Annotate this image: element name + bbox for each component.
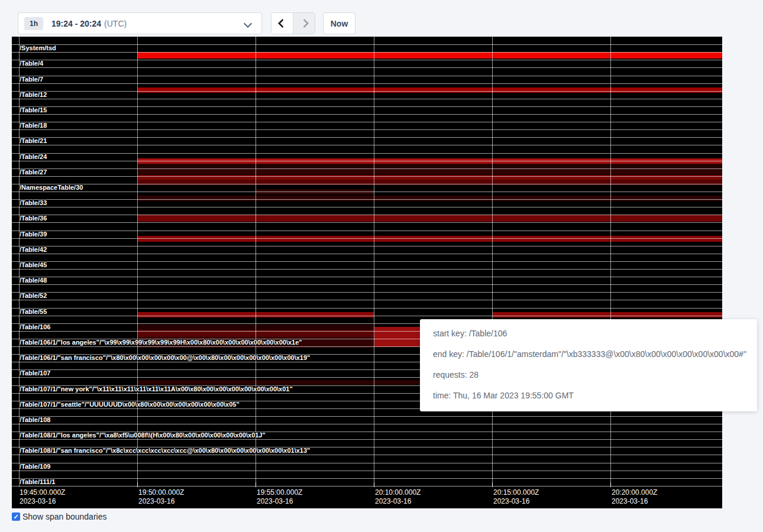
time-axis-date: 2023-03-16 xyxy=(375,497,421,506)
span-row-label: /NamespaceTable/30 xyxy=(20,184,83,192)
heatmap-canvas[interactable]: /System/tsd/Table/4/Table/7/Table/12/Tab… xyxy=(12,37,722,508)
span-boundary-line xyxy=(12,106,722,107)
span-row-label: /Table/15 xyxy=(20,106,47,114)
span-boundary-line xyxy=(12,114,722,115)
tooltip-end-key: end key: /Table/106/1/"amsterdam"/"\xb33… xyxy=(433,349,757,359)
span-row-label: /Table/39 xyxy=(20,231,47,238)
span-boundary-line xyxy=(12,254,722,254)
span-boundary-line xyxy=(12,424,722,424)
time-range-select[interactable]: 1h 19:24 - 20:24 (UTC) xyxy=(18,12,262,34)
show-span-boundaries-label: Show span boundaries xyxy=(22,512,106,521)
tooltip-start-key: start key: /Table/106 xyxy=(433,329,757,338)
span-boundary-line xyxy=(12,308,722,309)
span-boundary-line xyxy=(12,215,722,215)
span-boundary-line xyxy=(12,246,722,246)
time-axis-tick xyxy=(137,482,138,487)
span-row-label: /Table/55 xyxy=(20,308,47,316)
span-boundary-line xyxy=(12,269,722,270)
tooltip-time: time: Thu, 16 Mar 2023 19:55:00 GMT xyxy=(433,391,757,400)
span-row-label: /Table/24 xyxy=(20,153,47,161)
span-boundary-line xyxy=(12,52,722,53)
show-span-boundaries-row[interactable]: ✓ Show span boundaries xyxy=(12,512,106,521)
span-boundary-line xyxy=(12,153,722,154)
time-axis-date: 2023-03-16 xyxy=(612,497,657,506)
time-bucket-line xyxy=(492,37,493,487)
time-axis-label: 20:15:00.000Z2023-03-16 xyxy=(493,488,539,506)
span-row-label: /Table/36 xyxy=(20,215,47,222)
span-boundary-line xyxy=(12,199,722,200)
span-boundary-line xyxy=(12,207,722,207)
next-window-button[interactable] xyxy=(293,13,315,34)
span-boundary-line xyxy=(12,122,722,122)
span-row-label: /Table/45 xyxy=(20,261,47,269)
span-row-label: /Table/27 xyxy=(20,168,47,176)
span-row-label: /Table/106/1/"san francisco"/"\x80\x00\x… xyxy=(20,354,310,362)
span-row-label: /Table/107/1/"new york"/"\x11\x11\x11\x1… xyxy=(20,385,293,393)
time-axis-label: 19:50:00.000Z2023-03-16 xyxy=(138,488,184,506)
heatmap-hot-band xyxy=(138,215,722,222)
span-tooltip: start key: /Table/106 end key: /Table/10… xyxy=(420,319,757,411)
time-axis-tick xyxy=(610,482,611,487)
span-boundary-line xyxy=(12,316,722,316)
span-row-label: /Table/108/1/"san francisco"/"\x8c\xcc\x… xyxy=(20,447,310,455)
span-boundary-line xyxy=(12,83,722,84)
time-axis-tick xyxy=(374,482,374,487)
span-boundary-line xyxy=(12,455,722,455)
span-boundary-line xyxy=(12,76,722,76)
span-row-label: /Table/42 xyxy=(20,246,47,254)
time-bucket-line xyxy=(256,37,256,487)
span-boundary-line xyxy=(12,300,722,300)
span-boundary-line xyxy=(12,222,722,223)
now-button[interactable]: Now xyxy=(323,12,355,34)
time-axis-date: 2023-03-16 xyxy=(257,497,302,506)
show-span-boundaries-checkbox[interactable]: ✓ xyxy=(12,512,20,521)
span-boundary-line xyxy=(12,261,722,262)
time-range-zone: (UTC) xyxy=(104,19,127,28)
span-boundary-line xyxy=(12,67,722,68)
span-boundary-line xyxy=(12,192,722,192)
span-row-label: /Table/108 xyxy=(20,416,50,424)
time-axis-label: 20:20:00.000Z2023-03-16 xyxy=(612,488,657,506)
span-boundary-line xyxy=(12,161,722,161)
chevron-left-icon xyxy=(277,19,287,28)
span-row-label: /Table/106 xyxy=(20,323,50,331)
time-axis-label: 20:10:00.000Z2023-03-16 xyxy=(375,488,421,506)
time-bucket-line xyxy=(374,37,374,487)
tooltip-requests: requests: 28 xyxy=(433,370,757,379)
span-boundary-line xyxy=(12,471,722,471)
previous-window-button[interactable] xyxy=(271,13,293,34)
span-boundary-line xyxy=(12,478,722,479)
span-row-label: /Table/21 xyxy=(20,137,47,145)
span-row-label: /Table/106/1/"los angeles"/"\x99\x99\x99… xyxy=(20,339,302,346)
time-bucket-line xyxy=(137,37,138,487)
time-axis-label: 19:45:00.000Z2023-03-16 xyxy=(20,488,65,506)
span-boundary-line xyxy=(12,99,722,99)
span-row-label: /Table/48 xyxy=(20,277,47,284)
time-axis-tick xyxy=(492,482,493,487)
span-boundary-line xyxy=(12,129,722,130)
span-row-label: /Table/107 xyxy=(20,369,50,377)
span-boundary-line xyxy=(12,145,722,145)
span-row-label: /Table/52 xyxy=(20,292,47,300)
heatmap-hot-band xyxy=(138,169,722,174)
span-boundary-line xyxy=(12,231,722,231)
span-row-label: /Table/108/1/"los angeles"/"\xa8\xf5\u00… xyxy=(20,432,266,439)
span-boundary-line xyxy=(12,184,722,184)
span-row-label: /Table/107/1/"seattle"/"UUUUUUD\x00\x80\… xyxy=(20,401,240,408)
heatmap-hot-band xyxy=(138,87,722,93)
span-row-label: /System/tsd xyxy=(20,44,56,52)
span-boundary-line xyxy=(12,44,722,45)
span-boundary-line xyxy=(12,91,722,92)
span-boundary-line xyxy=(12,486,722,486)
time-range-duration-badge: 1h xyxy=(24,17,43,30)
chevron-down-icon xyxy=(244,20,252,28)
heatmap-hot-band xyxy=(138,236,722,242)
span-boundary-line xyxy=(12,292,722,293)
span-row-label: /Table/109 xyxy=(20,463,50,471)
span-row-label: /Table/33 xyxy=(20,199,47,207)
span-boundary-line xyxy=(12,463,722,463)
span-row-label: /Table/7 xyxy=(20,76,43,83)
heatmap-hot-band xyxy=(138,52,722,59)
span-boundary-line xyxy=(12,439,722,440)
heatmap-hot-band xyxy=(138,196,722,201)
